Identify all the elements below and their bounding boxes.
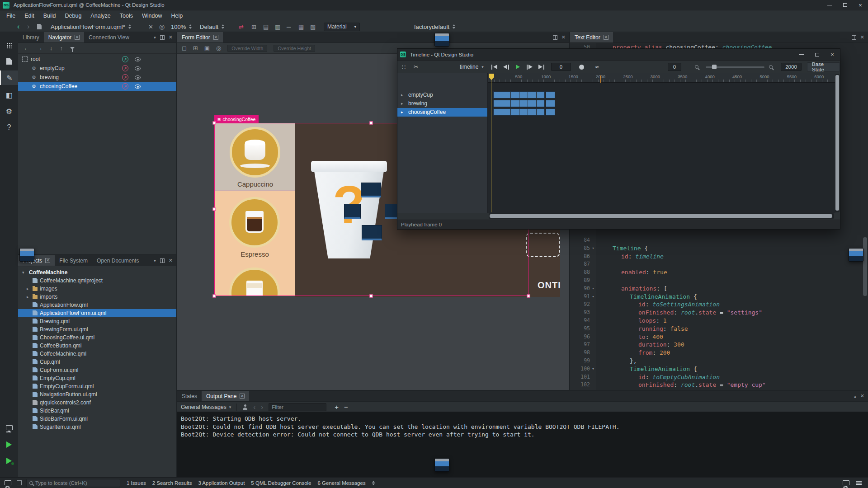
tab-states[interactable]: States <box>177 391 202 401</box>
project-file-item[interactable]: images <box>18 285 176 293</box>
announce-icon[interactable] <box>242 404 248 410</box>
kit-selector[interactable]: factorydefault <box>414 21 455 32</box>
navigator-item[interactable]: choosingCoffee ↗ <box>18 82 176 91</box>
tab-text-editor[interactable]: Text Editor✕ <box>570 32 613 42</box>
split-icon[interactable] <box>852 35 856 40</box>
timeline-zoom-slider[interactable] <box>706 61 764 73</box>
maximize-button[interactable] <box>809 49 825 60</box>
pane-toggle-button[interactable]: 5 QML Debugger Console <box>251 480 311 486</box>
keyframe-bar[interactable] <box>493 108 545 116</box>
zoom-out-text-icon[interactable]: − <box>344 403 348 411</box>
tab-connection-view[interactable]: Connection View <box>84 32 134 42</box>
fill-icon[interactable]: ▦ <box>298 21 304 32</box>
menu-item[interactable]: Help <box>166 10 187 21</box>
outline-icon[interactable]: ▥ <box>275 21 280 32</box>
export-alias-icon[interactable]: ↗ <box>122 56 128 62</box>
design-mode-icon[interactable]: ✎ <box>0 70 18 85</box>
to-start-button[interactable] <box>489 61 500 73</box>
pane-toggle-button[interactable]: 3 Application Output <box>198 480 245 486</box>
menu-item[interactable]: File <box>2 10 20 21</box>
coffee-option-cappuccino[interactable]: Cappuccino <box>214 123 295 191</box>
editor-scrollbar[interactable] <box>863 237 867 296</box>
close-tab-icon[interactable]: ✕ <box>213 35 218 40</box>
move-up-icon[interactable]: ↑ <box>60 45 63 52</box>
keyframe-segment[interactable] <box>546 100 555 107</box>
filter-funnel-icon[interactable] <box>70 47 75 50</box>
move-left-icon[interactable]: ← <box>24 45 29 52</box>
visibility-eye-icon[interactable] <box>135 75 141 80</box>
project-file-item[interactable]: BrewingForm.ui.qml <box>18 325 176 333</box>
expand-caret-icon[interactable] <box>22 268 24 277</box>
project-file-item[interactable]: ApplicationFlowForm.ui.qml <box>18 309 176 317</box>
export-alias-icon[interactable]: ↗ <box>122 65 128 71</box>
material-selector[interactable]: Material▾ <box>324 21 360 32</box>
close-tab-icon[interactable]: ✕ <box>45 258 50 263</box>
tab-output-pane[interactable]: Output Pane✕ <box>202 391 249 401</box>
close-tab-icon[interactable]: ✕ <box>604 35 609 40</box>
snap-tool-icon[interactable]: ⊞ <box>193 45 198 52</box>
timeline-titlebar[interactable]: DS Timeline - Qt Design Studio × <box>397 49 840 61</box>
line-icon[interactable]: ─ <box>287 21 291 32</box>
texture-icon[interactable]: ▧ <box>310 21 316 32</box>
maximize-button[interactable] <box>837 0 853 10</box>
output-log[interactable]: Boot2Qt: Starting QDB host server.Boot2Q… <box>177 412 868 477</box>
split-icon[interactable] <box>553 35 557 40</box>
project-file-item[interactable]: ChoosingCoffee.ui.qml <box>18 333 176 342</box>
close-tab-icon[interactable]: ✕ <box>240 394 245 399</box>
close-document-icon[interactable]: ✕ <box>148 21 153 32</box>
timeline-window[interactable]: DS Timeline - Qt Design Studio × ∷ ✂ tim… <box>397 48 840 230</box>
sidebar-toggle-icon[interactable] <box>17 480 22 485</box>
pane-toggle-button[interactable]: 6 General Messages <box>318 480 366 486</box>
prev-item-icon[interactable]: ‹ <box>253 403 255 411</box>
visibility-eye-icon[interactable] <box>135 84 141 89</box>
back-button[interactable]: ‹ <box>17 21 19 32</box>
keyframe-track-row[interactable] <box>488 99 835 108</box>
document-selector[interactable]: ApplicationFlowForm.ui.qml* <box>51 21 131 32</box>
move-right-icon[interactable]: → <box>37 45 42 52</box>
previous-frame-button[interactable] <box>500 61 511 73</box>
forward-button[interactable]: › <box>27 21 29 32</box>
project-file-item[interactable]: imports <box>18 293 176 301</box>
minimize-button[interactable] <box>822 0 837 10</box>
project-file-item[interactable]: SideBar.qml <box>18 407 176 415</box>
keyframe-bar[interactable] <box>493 91 545 99</box>
tab-form-editor[interactable]: Form Editor✕ <box>177 32 223 42</box>
expand-caret-icon[interactable] <box>27 293 29 301</box>
project-file-item[interactable]: EmptyCupForm.ui.qml <box>18 382 176 390</box>
move-down-icon[interactable]: ↓ <box>50 45 53 52</box>
snap-grid-icon[interactable]: ⊞ <box>251 21 256 32</box>
project-file-item[interactable]: NavigationButton.ui.qml <box>18 390 176 399</box>
tab-library[interactable]: Library <box>18 32 44 42</box>
navigator-item[interactable]: brewing ↗ <box>18 73 176 82</box>
timeline-horizontal-scrollbar[interactable] <box>489 213 834 219</box>
device-monitor-icon[interactable] <box>0 420 18 435</box>
project-file-item[interactable]: Cup.qml <box>18 358 176 366</box>
navigator-item[interactable]: root ↗ <box>18 55 176 64</box>
timeline-selector[interactable]: timeline ▾ <box>460 61 484 73</box>
tab-file-system[interactable]: File System <box>55 255 92 266</box>
current-frame-field[interactable]: 0 <box>551 61 571 73</box>
resize-handle[interactable] <box>213 295 216 298</box>
pane-sort-icon[interactable] <box>372 481 375 485</box>
close-pane-icon[interactable]: ✕ <box>169 258 173 263</box>
resize-handle[interactable] <box>370 122 373 125</box>
easing-curve-icon[interactable]: ≈ <box>595 61 599 73</box>
resize-handle[interactable] <box>527 295 530 298</box>
export-icon[interactable]: ⇄ <box>239 21 244 32</box>
zoom-out-icon[interactable] <box>695 61 698 73</box>
split-icon[interactable] <box>160 35 165 40</box>
progress-icon[interactable] <box>5 480 11 485</box>
export-alias-icon[interactable]: ↗ <box>122 74 128 80</box>
bounds-icon[interactable]: ▤ <box>263 21 269 32</box>
document-icon[interactable] <box>37 21 42 32</box>
resize-handle[interactable] <box>370 295 373 298</box>
run-button[interactable] <box>0 437 18 452</box>
minimize-button[interactable] <box>794 49 809 60</box>
keyframe-segment[interactable] <box>546 108 555 116</box>
terminal-icon[interactable] <box>843 480 849 485</box>
curve-picker-icon[interactable]: ✂ <box>414 61 418 73</box>
resize-handle[interactable] <box>213 208 216 211</box>
bounds-tool-icon[interactable]: ▣ <box>204 45 210 52</box>
menu-item[interactable]: Debug <box>61 10 86 21</box>
record-button[interactable] <box>579 61 584 73</box>
